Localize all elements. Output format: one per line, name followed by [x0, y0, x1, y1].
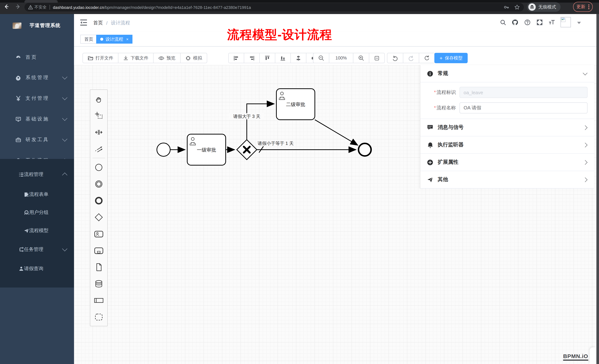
end-event[interactable]: [359, 143, 371, 156]
flow-task2-to-end[interactable]: [315, 120, 358, 145]
url-text[interactable]: dashboard.yudao.iocoder.cn/bpm/manager/m…: [53, 5, 251, 9]
process-name-input[interactable]: [459, 102, 588, 113]
zoom-in-button[interactable]: [353, 53, 369, 63]
create-start-event[interactable]: [90, 159, 107, 176]
align-bottom-icon[interactable]: [275, 53, 291, 63]
browser-tab[interactable]: [24, 0, 58, 3]
create-intermediate-event[interactable]: [90, 176, 107, 192]
plus-circle-icon: [427, 159, 433, 165]
create-gateway[interactable]: [90, 209, 107, 225]
bpmn-io-logo[interactable]: BPMN.iO: [563, 353, 588, 361]
align-top-icon[interactable]: [260, 53, 275, 63]
download-file-button[interactable]: 下载文件: [118, 53, 154, 63]
send-icon: [24, 228, 29, 233]
zoom-reset-button[interactable]: [369, 53, 384, 63]
yen-icon: [16, 95, 21, 101]
exclusive-gateway[interactable]: [237, 140, 257, 160]
hand-tool[interactable]: [90, 91, 107, 107]
security-label: 不安全: [35, 4, 47, 10]
create-subprocess[interactable]: [90, 242, 107, 259]
user-task-level2[interactable]: 二级审批: [276, 89, 315, 120]
bpmn-palette: [90, 89, 108, 326]
browser-chrome: 不安全 dashboard.yudao.iocoder.cn/bpm/manag…: [0, 0, 599, 14]
flow-gateway-to-task2[interactable]: [247, 104, 274, 140]
lasso-tool[interactable]: [90, 107, 107, 124]
github-icon[interactable]: [512, 19, 518, 25]
align-right-icon[interactable]: [244, 53, 260, 63]
open-file-button[interactable]: 打开文件: [83, 53, 118, 63]
app-logo[interactable]: 芋道管理系统: [0, 16, 74, 35]
tab-close-icon[interactable]: ×: [126, 37, 129, 41]
tree-icon: [18, 247, 24, 252]
section-messages-signals[interactable]: 消息与信号: [420, 119, 594, 136]
update-button[interactable]: 更新: [573, 2, 593, 12]
simulate-button[interactable]: 模拟: [181, 53, 207, 63]
align-center-vertical-icon[interactable]: [291, 53, 306, 63]
key-icon[interactable]: [503, 4, 510, 10]
fullscreen-icon[interactable]: [536, 19, 543, 25]
incognito-badge: 无痕模式: [527, 2, 561, 12]
chevron-right-icon: [583, 177, 587, 182]
browser-menu-icon[interactable]: [588, 4, 589, 9]
section-extended-attrs[interactable]: 扩展属性: [420, 154, 594, 171]
undo-button[interactable]: [387, 53, 403, 63]
align-left-icon[interactable]: [229, 53, 244, 63]
preview-button[interactable]: 预览: [154, 53, 181, 63]
bpmn-canvas[interactable]: 一级审批 二级审批 请假大于 3: [74, 65, 596, 364]
create-group[interactable]: [90, 309, 107, 325]
sidebar-item-process-model[interactable]: 流程模型: [0, 223, 74, 238]
dashboard-icon: [16, 54, 21, 60]
section-execution-listener[interactable]: 执行监听器: [420, 136, 594, 154]
address-bar[interactable]: 不安全 dashboard.yudao.iocoder.cn/bpm/manag…: [24, 3, 524, 11]
create-user-task[interactable]: [90, 225, 107, 242]
sidebar-item-devtools[interactable]: 研发工具: [0, 132, 74, 147]
bookmark-star-icon[interactable]: [514, 4, 520, 10]
sidebar-item-home[interactable]: 首页: [0, 50, 74, 65]
sidebar-item-process-mgmt[interactable]: 流程管理: [0, 167, 74, 182]
chevron-down-icon: [62, 95, 67, 100]
sidebar-item-process-form[interactable]: 流程表单: [0, 187, 74, 202]
monitor-icon: [16, 116, 21, 122]
flow-label-le1[interactable]: 请假小于等于 1 天: [258, 141, 294, 146]
process-key-input[interactable]: [459, 87, 588, 98]
plus-icon: +: [440, 55, 442, 61]
restart-button[interactable]: [419, 53, 435, 63]
properties-panel: 常规 *流程标识 *流程名称 消息与信号 执行监听器: [420, 65, 594, 188]
gear-icon: [16, 75, 21, 80]
search-icon[interactable]: [500, 19, 506, 25]
section-other[interactable]: 其他: [420, 171, 594, 188]
sidebar-item-leave-query[interactable]: 请假查询: [0, 261, 74, 276]
sidebar-collapse-icon[interactable]: [80, 19, 87, 26]
create-data-store[interactable]: [90, 275, 107, 292]
font-size-icon[interactable]: [548, 19, 555, 25]
section-general[interactable]: 常规: [420, 65, 594, 82]
save-model-button[interactable]: + 保存模型: [434, 53, 468, 63]
flow-label-gt3[interactable]: 请假大于 3 天: [229, 113, 264, 119]
sidebar-item-infra[interactable]: 基础设施: [0, 112, 74, 126]
tab-active-dot: [100, 38, 103, 41]
space-tool[interactable]: [90, 124, 107, 140]
redo-button[interactable]: [403, 53, 419, 63]
sidebar-item-user-group[interactable]: 用户分组: [0, 205, 74, 220]
start-event[interactable]: [157, 143, 170, 156]
help-icon[interactable]: [524, 19, 530, 25]
tab-design-process[interactable]: 设计流程 ×: [96, 35, 133, 44]
breadcrumb-home[interactable]: 首页: [93, 20, 103, 26]
avatar-caret-icon[interactable]: [577, 22, 581, 24]
send-icon: [427, 177, 433, 183]
forward-icon[interactable]: [15, 3, 21, 10]
sidebar-item-payment[interactable]: 支付管理: [0, 91, 74, 106]
page-scrollbar[interactable]: [596, 14, 599, 364]
create-participant[interactable]: [90, 292, 107, 309]
not-secure-warning[interactable]: 不安全: [28, 4, 47, 10]
sidebar-item-task-mgmt[interactable]: 任务管理: [0, 242, 74, 257]
create-data-object[interactable]: [90, 259, 107, 275]
avatar[interactable]: [561, 17, 571, 27]
sidebar-item-system[interactable]: 系统管理: [0, 70, 74, 85]
user-task-level1[interactable]: 一级审批: [187, 134, 226, 165]
global-connect-tool[interactable]: [90, 140, 107, 157]
create-end-event[interactable]: [90, 192, 107, 209]
back-icon[interactable]: [3, 3, 10, 10]
tab-home[interactable]: 首页: [80, 35, 97, 44]
zoom-out-button[interactable]: [313, 53, 329, 63]
